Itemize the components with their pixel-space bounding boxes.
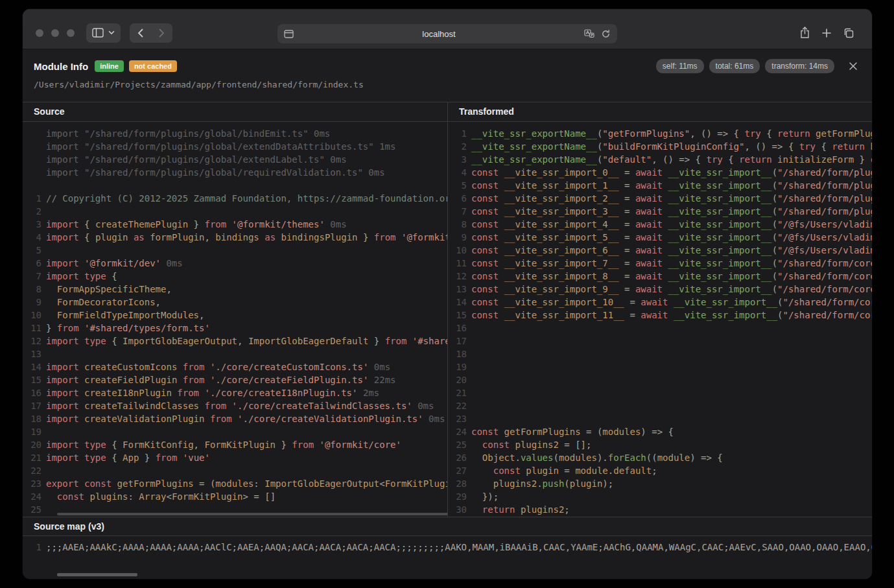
code-line: 18import createValidationPlugin from './… — [23, 412, 447, 425]
back-button[interactable] — [130, 23, 151, 43]
code-line: 27 const plugin = module.default; — [448, 464, 872, 477]
line-number: 18 — [23, 412, 41, 425]
code-line: 15const __vite_ssr_import_11__ = await _… — [448, 309, 872, 322]
url-text[interactable]: localhost — [294, 29, 584, 39]
code-line: 12import type { ImportGlobEagerOutput, I… — [23, 335, 447, 347]
close-icon[interactable] — [849, 62, 858, 71]
code-line: 20 — [448, 373, 872, 386]
line-number: 18 — [448, 347, 467, 360]
code-line: 11} from '#shared/types/form.ts' — [23, 322, 447, 335]
line-number: 21 — [23, 451, 41, 464]
cache-status-badge: not cached — [129, 60, 177, 72]
translate-icon[interactable] — [584, 29, 594, 38]
code-line: 17 — [448, 335, 872, 347]
chevron-down-icon[interactable] — [108, 30, 115, 35]
tab-overview-icon[interactable] — [843, 28, 854, 38]
source-code[interactable]: import "/shared/form/plugins/global/bind… — [23, 122, 447, 517]
code-line: 7import type { — [23, 270, 447, 283]
code-line: 5 — [23, 244, 447, 257]
code-line: 10const __vite_ssr_import_6__ = await __… — [448, 244, 872, 257]
module-info-header: Module Info inline not cached self: 11ms… — [23, 49, 872, 102]
line-number: 11 — [448, 257, 467, 270]
line-number: 15 — [23, 373, 41, 386]
line-number: 16 — [448, 322, 467, 335]
minimize-window-button[interactable] — [51, 29, 59, 37]
line-number: 5 — [448, 179, 467, 192]
line-number: 29 — [448, 490, 467, 503]
line-number — [23, 127, 41, 140]
line-number: 1 — [448, 127, 467, 140]
line-number: 1 — [23, 192, 41, 205]
code-line: 25 const plugins2 = []; — [448, 438, 872, 451]
code-line: 20import type { FormKitConfig, FormKitPl… — [23, 438, 447, 451]
source-hscrollbar[interactable] — [57, 513, 447, 515]
transformed-code[interactable]: 1__vite_ssr_exportName__("getFormPlugins… — [448, 122, 872, 517]
code-line: 30 return plugins2; — [448, 503, 872, 516]
code-line: 15import createFieldPlugin from './core/… — [23, 373, 447, 386]
code-panels: Source import "/shared/form/plugins/glob… — [23, 102, 872, 517]
code-line: 19 — [448, 360, 872, 373]
code-line: 2__vite_ssr_exportName__("buildFormKitPl… — [448, 140, 872, 153]
window-controls — [36, 29, 75, 37]
browser-window: localhost — [23, 9, 872, 579]
share-icon[interactable] — [799, 27, 810, 39]
code-line: 10 FormFieldTypeImportModules, — [23, 309, 447, 322]
code-line: 23export const getFormPlugins = (modules… — [23, 477, 447, 490]
code-line: 24 const plugins: Array<FormKitPlugin> =… — [23, 490, 447, 503]
code-line: 13const __vite_ssr_import_9__ = await __… — [448, 283, 872, 296]
sourcemap-code[interactable]: 1;;;AAEA;AAAkC;AAAA;AAAA;AAAA;AAClC;AAEA… — [23, 536, 872, 579]
code-line: 16 — [448, 322, 872, 335]
close-window-button[interactable] — [36, 29, 43, 37]
code-line: 1;;;AAEA;AAAkC;AAAA;AAAA;AAAA;AAClC;AAEA… — [23, 541, 872, 554]
site-settings-icon[interactable] — [284, 30, 294, 38]
browser-titlebar: localhost — [23, 9, 872, 49]
code-line: 22 — [23, 464, 447, 477]
code-line: import "/shared/form/plugins/global/exte… — [23, 153, 447, 166]
code-line: 14const __vite_ssr_import_10__ = await _… — [448, 296, 872, 309]
code-line: import "/shared/form/plugins/global/requ… — [23, 166, 447, 179]
line-number: 4 — [448, 166, 467, 179]
sidebar-toggle-group — [86, 23, 121, 43]
line-number: 7 — [448, 205, 467, 218]
code-line: 7const __vite_ssr_import_3__ = await __v… — [448, 205, 872, 218]
code-line: 18 — [448, 347, 872, 360]
line-number: 11 — [23, 322, 41, 335]
code-line: 24const getFormPlugins = (modules) => { — [448, 425, 872, 438]
code-line: 23 — [448, 412, 872, 425]
forward-button[interactable] — [151, 23, 172, 43]
address-bar[interactable]: localhost — [277, 24, 617, 43]
line-number — [23, 140, 41, 153]
line-number: 14 — [448, 296, 467, 309]
line-number: 26 — [448, 451, 467, 464]
source-panel: Source import "/shared/form/plugins/glob… — [23, 102, 447, 517]
code-line: 17import createTailwindClasses from './c… — [23, 399, 447, 412]
code-line: 9const __vite_ssr_import_5__ = await __v… — [448, 231, 872, 244]
line-number: 10 — [23, 309, 41, 322]
line-number: 24 — [448, 425, 467, 438]
code-line: import "/shared/form/plugins/global/exte… — [23, 140, 447, 153]
transformed-panel-title: Transformed — [448, 102, 872, 122]
zoom-window-button[interactable] — [67, 29, 75, 37]
line-number — [23, 153, 41, 166]
line-number: 17 — [448, 335, 467, 347]
line-number: 15 — [448, 309, 467, 322]
sidebar-icon[interactable] — [92, 28, 104, 38]
code-line: 13 — [23, 347, 447, 360]
code-line: 19 — [23, 425, 447, 438]
line-number: 30 — [448, 503, 467, 516]
page-title: Module Info — [34, 61, 88, 72]
code-line: 3__vite_ssr_exportName__("default", () =… — [448, 153, 872, 166]
line-number: 2 — [23, 205, 41, 218]
reload-icon[interactable] — [601, 29, 611, 39]
code-line: 22 — [448, 399, 872, 412]
sourcemap-hscrollbar[interactable] — [57, 573, 137, 576]
code-line: 29 }); — [448, 490, 872, 503]
line-number: 2 — [448, 140, 467, 153]
timing-badge-transform: transform: 14ms — [765, 59, 834, 73]
code-line: 6const __vite_ssr_import_2__ = await __v… — [448, 192, 872, 205]
line-number: 14 — [23, 360, 41, 373]
line-number: 8 — [448, 218, 467, 231]
line-number: 22 — [448, 399, 467, 412]
line-number: 1 — [23, 541, 41, 554]
new-tab-icon[interactable] — [821, 28, 832, 38]
